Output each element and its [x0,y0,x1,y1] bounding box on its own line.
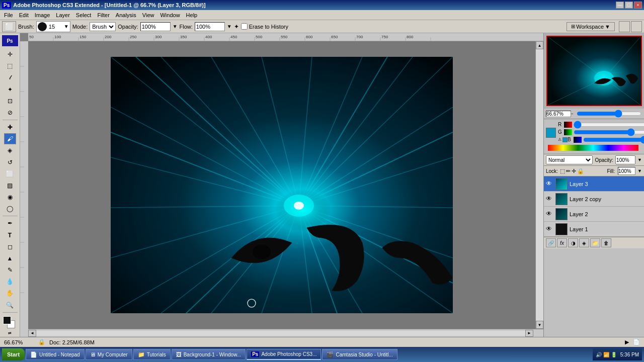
menu-analysis[interactable]: Analysis [113,11,139,19]
opacity-arrow[interactable]: ▼ [637,157,642,162]
r-slider[interactable] [574,123,644,127]
menu-select[interactable]: Select [73,11,95,19]
status-arrow-btn[interactable]: ▶ [625,339,629,345]
close-button[interactable]: × [634,2,642,9]
start-button[interactable]: Start [2,348,25,360]
brush-size-dropdown[interactable]: ▼ [63,24,70,29]
tool-lasso[interactable]: 𝓁 [4,72,16,83]
tool-move[interactable]: ✛ [4,49,16,60]
lock-transparent-icon[interactable]: ⬚ [560,168,565,174]
fill-arrow[interactable]: ▼ [637,168,642,173]
delete-layer-btn[interactable]: 🗑 [601,238,611,247]
tool-eyedropper[interactable]: 💧 [4,276,16,287]
photoshop-canvas[interactable] [111,57,453,313]
taskbar-camtasia[interactable]: 🎬 Camtasia Studio - Untitl... [322,349,397,360]
zoom-min-btn[interactable]: − [571,112,574,116]
layer-3-vis-icon[interactable]: 👁 [546,180,554,188]
vertical-scrollbar[interactable]: ▲ ▼ [535,41,543,329]
tool-history-brush[interactable]: ↺ [4,156,16,167]
tool-clone-stamp[interactable]: ◈ [4,145,16,156]
tool-path-select[interactable]: ◻ [4,241,16,252]
menu-view[interactable]: View [139,11,157,19]
current-tool-icon[interactable]: ⬜ [2,21,16,32]
tool-rect-select[interactable]: ⬚ [4,60,16,71]
tool-quick-select[interactable]: ✦ [4,84,16,95]
g-slider[interactable] [574,130,644,134]
layer-row-2[interactable]: 👁 Layer 2 [544,207,644,222]
layer-2-vis-icon[interactable]: 👁 [546,210,554,218]
layer-1-vis-icon[interactable]: 👁 [546,225,554,233]
tool-crop[interactable]: ⊡ [4,96,16,107]
airbrush-icon[interactable]: ✦ [234,23,239,30]
tool-zoom[interactable]: 🔍 [4,299,16,310]
taskbar-mycomputer[interactable]: 🖥 My Computer [86,349,132,360]
menu-filter[interactable]: Filter [94,11,112,19]
scroll-right-arrow[interactable]: ► [525,330,533,337]
tool-slice[interactable]: ⊘ [4,107,16,118]
menu-layer[interactable]: Layer [53,11,73,19]
scroll-thumb-v[interactable] [536,49,543,321]
opacity-dropdown[interactable]: ▼ [173,24,178,29]
menu-file[interactable]: File [1,11,16,19]
opacity-input[interactable] [140,22,171,31]
foreground-color[interactable] [3,316,11,324]
erase-history-checkbox[interactable] [241,23,248,30]
b-slider[interactable] [583,138,644,142]
color-spectrum[interactable] [548,145,638,151]
layer-row-2copy[interactable]: 👁 Layer 2 copy [544,192,644,207]
add-adjustment-btn[interactable]: ◈ [579,238,589,247]
brush-size-input[interactable] [48,22,63,31]
panel-icon-1[interactable] [619,21,630,32]
layers-opacity-input[interactable] [615,155,635,164]
taskbar-notepad[interactable]: 📄 Untitled - Notepad [26,349,85,360]
taskbar-tutorials[interactable]: 📁 Tutorials [133,349,171,360]
panel-icon-2[interactable] [631,21,642,32]
menu-image[interactable]: Image [32,11,53,19]
flow-dropdown[interactable]: ▼ [227,24,232,29]
scroll-left-arrow[interactable]: ◄ [28,330,36,337]
tool-hand[interactable]: ✋ [4,288,16,299]
tool-pen[interactable]: ✒ [4,218,16,229]
taskbar-background[interactable]: 🖼 Background-1 - Window... [172,349,246,360]
link-layers-btn[interactable]: 🔗 [546,238,556,247]
layer-row-1[interactable]: 👁 Layer 1 [544,222,644,237]
blend-mode-select[interactable]: Normal Multiply Screen Overlay [546,155,593,164]
canvas-container[interactable] [28,41,535,329]
scroll-down-arrow[interactable]: ▼ [536,321,543,329]
color-swatch-main[interactable] [546,128,556,138]
taskbar-photoshop[interactable]: Ps Adobe Photoshop CS3... [247,349,321,360]
lock-all-icon[interactable]: 🔒 [577,168,584,174]
status-page-btn[interactable]: 📄 [633,339,640,345]
lock-paint-icon[interactable]: ✏ [566,168,571,174]
tool-type[interactable]: T [4,229,16,240]
tool-healing[interactable]: ✚ [4,122,16,133]
tool-notes[interactable]: ✎ [4,264,16,276]
fill-input[interactable] [618,167,635,175]
lock-move-icon[interactable]: ✛ [572,168,576,174]
tool-blur[interactable]: ◉ [4,192,16,203]
workspace-button[interactable]: ⊞ Workspace ▼ [567,22,615,31]
menu-window[interactable]: Window [157,11,183,19]
color-swatches[interactable] [3,316,17,329]
tool-shape[interactable]: ▲ [4,253,16,264]
menu-help[interactable]: Help [183,11,201,19]
maximize-button[interactable]: □ [625,2,633,9]
horizontal-scrollbar[interactable]: ◄ ► [28,329,533,337]
layer-row-3[interactable]: 👁 Layer 3 [544,176,644,192]
layer-2copy-vis-icon[interactable]: 👁 [546,195,554,203]
tool-gradient[interactable]: ▨ [4,180,16,191]
scroll-thumb-h[interactable] [36,331,525,336]
add-group-btn[interactable]: 📁 [590,238,600,247]
menu-edit[interactable]: Edit [16,11,32,19]
add-mask-btn[interactable]: ◑ [568,238,578,247]
zoom-level-input[interactable] [546,111,571,117]
tool-brush[interactable]: 🖌 [4,133,16,144]
mode-select[interactable]: Brush Pencil Block [90,22,116,31]
minimize-button[interactable]: — [616,2,624,9]
tool-eraser[interactable]: ⬜ [4,168,16,179]
zoom-slider[interactable] [577,110,641,118]
tool-dodge[interactable]: ◯ [4,203,16,214]
layer-fx-btn[interactable]: fx [557,238,567,247]
scroll-up-arrow[interactable]: ▲ [536,41,543,49]
flow-input[interactable] [195,22,225,31]
